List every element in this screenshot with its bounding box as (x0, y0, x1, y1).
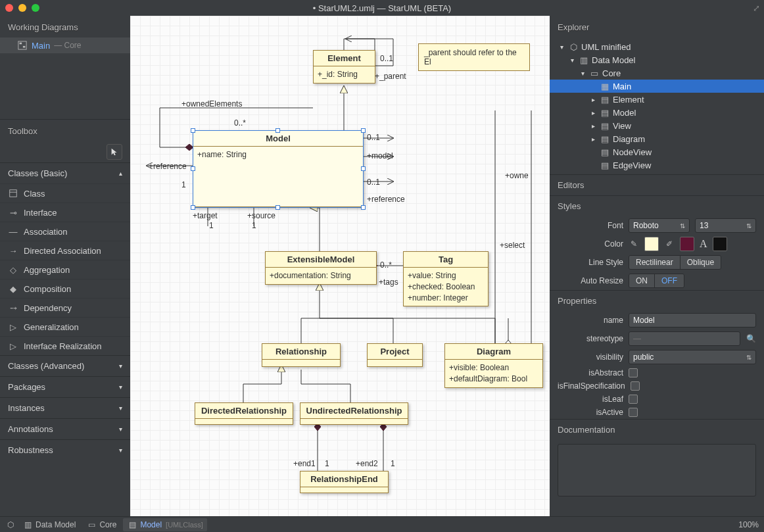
uml-class-element[interactable]: Element +_id: String (313, 50, 375, 84)
toolbox-section-classes-advanced[interactable]: Classes (Advanced)▾ (0, 355, 130, 376)
breadcrumb-data-model[interactable]: ▥Data Model (18, 518, 80, 531)
chevron-right-icon: ▸ (589, 109, 597, 116)
svg-rect-3 (10, 190, 17, 197)
line-color-swatch[interactable] (680, 237, 694, 251)
class-icon: ▤ (600, 160, 610, 170)
mult-label: 1 (325, 459, 329, 468)
breadcrumb-core[interactable]: ▭Core (82, 518, 120, 531)
auto-resize-toggle[interactable]: ON OFF (629, 274, 684, 288)
tree-item-edgeview[interactable]: ▤EdgeView (550, 158, 764, 172)
uml-class-undirected-relationship[interactable]: UndirectedRelationship (300, 402, 408, 425)
property-stereotype-input[interactable] (629, 331, 740, 346)
chevron-updown-icon: ⇅ (746, 222, 752, 230)
property-isabstract-checkbox[interactable] (629, 368, 638, 377)
eyedropper-icon[interactable]: ✎ (629, 239, 639, 249)
text-color-icon: A (700, 238, 707, 250)
line-style-label: Line Style (558, 258, 623, 267)
chevron-down-icon: ▾ (558, 43, 565, 51)
mult-label: 0..* (234, 118, 246, 128)
class-icon: ▤ (600, 133, 610, 144)
tool-dependency[interactable]: ⤍Dependency (0, 298, 130, 317)
explorer-title: Explorer (550, 16, 764, 37)
toolbox-section-annotations[interactable]: Annotations▾ (0, 418, 130, 439)
toolbox-section-packages[interactable]: Packages▾ (0, 376, 130, 397)
uml-class-directed-relationship[interactable]: DirectedRelationship (195, 402, 293, 425)
font-size-select[interactable]: 13⇅ (695, 218, 756, 233)
tree-item-project[interactable]: ▾⬡UML minified (550, 40, 764, 53)
text-color-swatch[interactable] (713, 237, 727, 251)
chevron-right-icon: ▸ (589, 122, 597, 130)
property-name-input[interactable] (629, 313, 756, 327)
tree-item-model[interactable]: ▸▤Model (550, 106, 764, 119)
line-style-oblique[interactable]: Oblique (680, 256, 721, 269)
tool-aggregation[interactable]: ◇Aggregation (0, 260, 130, 279)
fill-color-swatch[interactable] (644, 237, 659, 251)
svg-rect-2 (23, 46, 26, 48)
uml-class-project[interactable]: Project (367, 343, 423, 367)
tree-item-core[interactable]: ▾▭Core (550, 66, 764, 80)
working-diagram-name: Main (32, 41, 50, 51)
uml-class-tag[interactable]: Tag +value: String +checked: Boolean +nu… (403, 251, 489, 306)
canvas-area[interactable]: _parent should refer to the El Element +… (130, 16, 550, 516)
diagram-icon: ▦ (600, 81, 610, 91)
chevron-updown-icon: ⇅ (680, 222, 685, 230)
fullscreen-icon[interactable]: ⤢ (753, 3, 760, 13)
uml-class-extensible-model[interactable]: ExtensibleModel +documentation: String (265, 251, 377, 285)
pen-icon[interactable]: ✐ (664, 239, 675, 249)
aggregation-icon: ◇ (8, 264, 18, 275)
line-style-rectilinear[interactable]: Rectilinear (629, 256, 680, 269)
uml-note[interactable]: _parent should refer to the El (418, 43, 530, 71)
property-isleaf-checkbox[interactable] (629, 395, 638, 404)
breadcrumb-model[interactable]: ▤Model[UMLClass] (123, 518, 207, 531)
tool-interface-realization[interactable]: ▷Interface Realization (0, 336, 130, 355)
diagram-paper[interactable]: _parent should refer to the El Element +… (130, 16, 550, 516)
documentation-textarea[interactable] (558, 444, 756, 496)
mult-label: 0..* (380, 260, 392, 270)
class-icon: ▤ (600, 147, 610, 157)
auto-resize-label: Auto Resize (558, 276, 623, 285)
package-icon: ▭ (589, 68, 600, 78)
search-icon[interactable]: 🔍 (746, 333, 756, 344)
association-icon: — (8, 226, 18, 237)
assoc-label: +end2 (356, 459, 378, 468)
property-isfinal-checkbox[interactable] (631, 381, 640, 391)
tool-directed-association[interactable]: →Directed Association (0, 241, 130, 260)
uml-class-relationship-end[interactable]: RelationshipEnd (300, 471, 389, 493)
tool-composition[interactable]: ◆Composition (0, 279, 130, 298)
auto-resize-off[interactable]: OFF (655, 274, 684, 287)
chevron-down-icon: ▾ (119, 447, 122, 454)
tree-item-diagram[interactable]: ▸▤Diagram (550, 132, 764, 145)
uml-class-model[interactable]: Model +name: String (193, 130, 364, 208)
line-style-toggle[interactable]: Rectilinear Oblique (629, 255, 721, 270)
tree-item-view[interactable]: ▸▤View (550, 119, 764, 132)
editors-title: Editors (550, 175, 764, 195)
assoc-label: +target (193, 211, 218, 220)
toolbox-classes-basic-list: Class ⊸Interface —Association →Directed … (0, 183, 130, 355)
directed-association-icon: → (8, 245, 18, 256)
model-icon: ▥ (579, 55, 589, 65)
interface-realization-icon: ▷ (8, 341, 18, 351)
tree-item-main[interactable]: ▦Main (550, 80, 764, 93)
tree-item-data-model[interactable]: ▾▥Data Model (550, 53, 764, 66)
uml-class-diagram[interactable]: Diagram +visible: Boolean +defaultDiagra… (444, 343, 543, 388)
pointer-tool-button[interactable] (107, 144, 122, 160)
property-visibility-select[interactable]: public⇅ (629, 350, 756, 364)
zoom-level[interactable]: 100% (738, 520, 759, 529)
property-isactive-checkbox[interactable] (629, 408, 638, 417)
toolbox-section-robustness[interactable]: Robustness▾ (0, 439, 130, 460)
toolbox-section-classes-basic[interactable]: Classes (Basic) ▴ (0, 162, 130, 183)
composition-icon: ◆ (8, 283, 18, 294)
tool-generalization[interactable]: ▷Generalization (0, 317, 130, 336)
assoc-label: +owne (505, 171, 529, 180)
tree-item-nodeview[interactable]: ▤NodeView (550, 145, 764, 158)
app-body: Working Diagrams Main — Core Toolbox Cla… (0, 16, 764, 516)
font-select[interactable]: Roboto⇅ (629, 218, 690, 233)
tree-item-element[interactable]: ▸▤Element (550, 93, 764, 106)
auto-resize-on[interactable]: ON (629, 274, 655, 287)
working-diagram-item[interactable]: Main — Core (0, 37, 130, 53)
tool-class[interactable]: Class (0, 183, 130, 203)
tool-interface[interactable]: ⊸Interface (0, 203, 130, 222)
tool-association[interactable]: —Association (0, 222, 130, 241)
uml-class-relationship[interactable]: Relationship (262, 343, 341, 367)
toolbox-section-instances[interactable]: Instances▾ (0, 397, 130, 418)
